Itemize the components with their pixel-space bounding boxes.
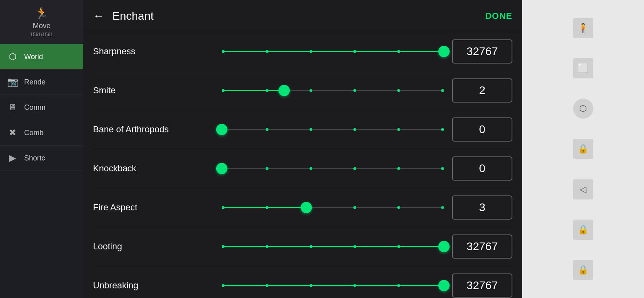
slider-dot [397,245,400,248]
slider-thumb[interactable] [438,241,450,252]
enchant-name: Fire Aspect [93,202,214,213]
sidebar-item-world[interactable]: ⬡ World [0,44,83,70]
sidebar-item-shortcuts[interactable]: ▶ Shortc [0,146,83,171]
sidebar-item-combat[interactable]: ✖ Comb [0,120,83,146]
table-row: Bane of Arthropods [93,110,512,149]
enchant-name: Unbreaking [93,280,214,291]
enchant-slider[interactable] [222,47,444,55]
lock-icon-3: 🔒 [573,260,593,280]
lock-icon-2: 🔒 [573,220,593,240]
slider-dot [397,89,400,92]
table-row: Sharpness [93,32,512,71]
slider-dot [353,284,356,287]
enchant-slider[interactable] [222,164,444,173]
sidebar-top-label: Move [33,22,50,30]
table-row: Looting [93,227,512,266]
enchant-slider[interactable] [222,125,444,134]
shortcuts-icon: ▶ [6,153,19,163]
slider-dot [397,206,400,209]
panel-title: Enchant [112,10,485,23]
table-row: Unbreaking [93,266,512,298]
slider-dot [310,128,312,131]
device-chrome: 🧍 ⬜ ⬡ 🔒 ◁ 🔒 🔒 [522,0,644,298]
slider-dot [441,206,444,209]
sidebar-item-render[interactable]: 📷 Rende [0,70,83,95]
slider-dot [266,50,268,53]
slider-dot [353,206,356,209]
sidebar-label-render: Rende [24,78,45,86]
enchant-value-input[interactable] [452,156,512,181]
enchant-list: SharpnessSmiteBane of ArthropodsKnockbac… [83,32,522,298]
slider-dot [266,89,268,92]
enchant-panel: ← Enchant DONE SharpnessSmiteBane of Art… [83,0,522,298]
enchant-name: Bane of Arthropods [93,124,214,135]
enchant-value-input[interactable] [452,234,512,259]
back-triangle-btn[interactable]: ◁ [573,179,593,199]
slider-dot [353,89,356,92]
slider-dot [353,128,356,131]
enchant-value-input[interactable] [452,273,512,298]
camera-icon: 📷 [6,77,19,87]
table-row: Smite [93,71,512,110]
done-button[interactable]: DONE [485,11,512,21]
slider-dot [266,284,268,287]
slider-dot [353,245,356,248]
square-btn[interactable]: ⬜ [573,58,593,78]
enchant-value-input[interactable] [452,39,512,64]
slider-dot [441,167,444,170]
slider-dot [222,50,225,53]
enchant-name: Smite [93,85,214,96]
slider-dot [397,50,400,53]
table-row: Fire Aspect [93,188,512,227]
slider-dot [310,245,312,248]
slider-dot [441,89,444,92]
slider-thumb[interactable] [438,280,450,291]
enchant-slider[interactable] [222,86,444,95]
slider-dot [397,284,400,287]
back-button[interactable]: ← [93,10,104,23]
sidebar-item-comms[interactable]: 🖥 Comm [0,95,83,120]
panel-header: ← Enchant DONE [83,0,522,32]
slider-dot [222,284,225,287]
sidebar-label-combat: Comb [24,129,43,137]
slider-dot [310,284,312,287]
slider-dot [266,206,268,209]
health-display: 1561/1561 [30,32,53,37]
sidebar-label-shortcuts: Shortc [24,154,45,162]
slider-dot [222,245,225,248]
enchant-slider[interactable] [222,203,444,212]
run-icon: 🏃 [35,7,49,20]
enchant-name: Sharpness [93,46,214,57]
slider-dot [266,245,268,248]
lock-icon-1: 🔒 [573,139,593,159]
sidebar: 🏃 Move 1561/1561 ⬡ World 📷 Rende 🖥 Comm … [0,0,83,298]
enchant-value-input[interactable] [452,78,512,103]
enchant-value-input[interactable] [452,195,512,220]
slider-thumb[interactable] [279,85,290,96]
slider-thumb[interactable] [301,202,312,213]
world-icon: ⬡ [6,51,19,62]
slider-thumb[interactable] [216,163,227,174]
table-row: Knockback [93,149,512,188]
slider-thumb[interactable] [216,124,227,135]
slider-dot [310,89,312,92]
slider-dot [310,50,312,53]
enchant-name: Looting [93,241,214,252]
slider-dot [397,167,400,170]
slider-dot [353,50,356,53]
slider-dot [222,206,225,209]
enchant-slider[interactable] [222,282,444,290]
combat-icon: ✖ [6,127,19,138]
sidebar-top-section: 🏃 Move 1561/1561 [0,0,83,44]
sidebar-label-world: World [24,53,43,61]
slider-dot [397,128,400,131]
monitor-icon: 🖥 [6,102,19,113]
slider-thumb[interactable] [438,46,450,57]
enchant-value-input[interactable] [452,117,512,142]
slider-dot [310,167,312,170]
home-btn[interactable]: ⬡ [573,99,593,119]
slider-dot [222,89,225,92]
slider-dot [441,128,444,131]
enchant-slider[interactable] [222,243,444,251]
slider-dot [353,167,356,170]
